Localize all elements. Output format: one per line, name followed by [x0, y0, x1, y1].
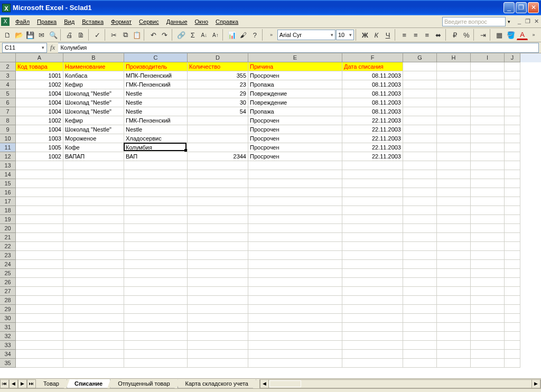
cell[interactable]	[248, 350, 342, 359]
cell[interactable]	[437, 170, 471, 179]
sheet-tab[interactable]: Карта складского учета	[178, 379, 256, 388]
cell[interactable]	[248, 242, 342, 251]
horizontal-scrollbar[interactable]: ◀ ▶	[259, 379, 541, 388]
cell[interactable]	[63, 314, 124, 323]
cell[interactable]	[124, 359, 188, 368]
cell[interactable]	[471, 224, 505, 233]
cell[interactable]	[188, 359, 248, 368]
cell[interactable]	[248, 359, 342, 368]
cell[interactable]	[124, 323, 188, 332]
sheet-tab[interactable]: Товар	[35, 379, 67, 388]
cell[interactable]	[124, 179, 188, 188]
cell[interactable]	[437, 197, 471, 206]
cell[interactable]	[16, 197, 63, 206]
percent-icon[interactable]: %	[461, 29, 472, 41]
cell[interactable]	[437, 98, 471, 107]
menu-file[interactable]: Файл	[12, 17, 33, 26]
cell[interactable]	[471, 242, 505, 251]
cell[interactable]	[16, 170, 63, 179]
cell[interactable]	[505, 206, 520, 215]
cell[interactable]: 08.11.2003	[342, 89, 403, 98]
cell[interactable]	[248, 251, 342, 260]
borders-icon[interactable]: ▦	[494, 29, 505, 41]
cell[interactable]	[437, 125, 471, 134]
cell[interactable]	[248, 314, 342, 323]
cell[interactable]	[16, 287, 63, 296]
cell[interactable]: 22.11.2003	[342, 143, 403, 152]
cell[interactable]	[403, 161, 437, 170]
cell[interactable]	[505, 359, 520, 368]
menu-help[interactable]: Справка	[212, 17, 242, 26]
hyperlink-icon[interactable]: 🔗	[176, 29, 187, 41]
font-size-select[interactable]: 10▾	[336, 30, 354, 40]
cell[interactable]	[248, 233, 342, 242]
cell[interactable]	[124, 233, 188, 242]
cell[interactable]	[437, 242, 471, 251]
menu-insert[interactable]: Вставка	[78, 17, 107, 26]
cell[interactable]: 1001	[16, 71, 63, 80]
merge-icon[interactable]: ⬌	[433, 29, 444, 41]
cell[interactable]	[63, 260, 124, 269]
cell[interactable]	[124, 251, 188, 260]
scroll-thumb[interactable]	[269, 380, 301, 387]
cell[interactable]	[16, 296, 63, 305]
cell[interactable]	[188, 116, 248, 125]
sort-desc-icon[interactable]: A↑	[210, 29, 221, 41]
cell[interactable]: Просрочен	[248, 116, 342, 125]
cell[interactable]	[16, 323, 63, 332]
cell[interactable]: 2344	[188, 152, 248, 161]
more-format-icon[interactable]: »	[528, 29, 539, 41]
cell[interactable]: 29	[188, 89, 248, 98]
cell[interactable]	[471, 305, 505, 314]
cell[interactable]	[188, 233, 248, 242]
bold-icon[interactable]: Ж	[360, 29, 371, 41]
cell[interactable]	[437, 251, 471, 260]
scroll-right-icon[interactable]: ▶	[531, 380, 540, 388]
row-header[interactable]: 16	[0, 188, 16, 197]
cell[interactable]	[437, 152, 471, 161]
cell[interactable]	[16, 260, 63, 269]
cell[interactable]	[471, 233, 505, 242]
cell[interactable]	[124, 224, 188, 233]
cell[interactable]	[188, 179, 248, 188]
spellcheck-icon[interactable]: ✓	[92, 29, 103, 41]
cell[interactable]	[403, 224, 437, 233]
cell[interactable]	[188, 215, 248, 224]
col-header-F[interactable]: F	[342, 53, 403, 62]
cell[interactable]	[403, 197, 437, 206]
cell[interactable]: 30	[188, 98, 248, 107]
drawing-icon[interactable]: 🖌	[238, 29, 249, 41]
cell[interactable]	[188, 224, 248, 233]
cell[interactable]	[471, 350, 505, 359]
cell[interactable]	[124, 332, 188, 341]
cell[interactable]	[124, 278, 188, 287]
chart-icon[interactable]: 📊	[227, 29, 238, 41]
cell[interactable]: Код товара	[16, 62, 63, 71]
cell[interactable]	[437, 359, 471, 368]
cell[interactable]: 1003	[16, 134, 63, 143]
cell[interactable]	[63, 251, 124, 260]
row-header[interactable]: 3	[0, 71, 16, 80]
cell[interactable]	[124, 269, 188, 278]
cell[interactable]	[471, 206, 505, 215]
cell[interactable]: Причина	[248, 62, 342, 71]
mail-icon[interactable]: ✉	[36, 29, 48, 41]
cell[interactable]	[63, 296, 124, 305]
cell[interactable]: 1004	[16, 107, 63, 116]
row-header[interactable]: 6	[0, 98, 16, 107]
cell[interactable]	[248, 305, 342, 314]
row-header[interactable]: 26	[0, 278, 16, 287]
cell[interactable]	[248, 197, 342, 206]
row-header[interactable]: 35	[0, 359, 16, 368]
cell[interactable]	[63, 350, 124, 359]
cell[interactable]	[188, 197, 248, 206]
cell[interactable]	[16, 341, 63, 350]
cell[interactable]	[471, 170, 505, 179]
name-box[interactable]: C11▾	[2, 43, 47, 53]
undo-icon[interactable]: ↶	[148, 29, 159, 41]
cell[interactable]: Просрочен	[248, 152, 342, 161]
open-icon[interactable]: 📂	[14, 29, 25, 41]
cell[interactable]: 1002	[16, 152, 63, 161]
cell[interactable]	[471, 107, 505, 116]
more-icon[interactable]: »	[266, 29, 277, 41]
